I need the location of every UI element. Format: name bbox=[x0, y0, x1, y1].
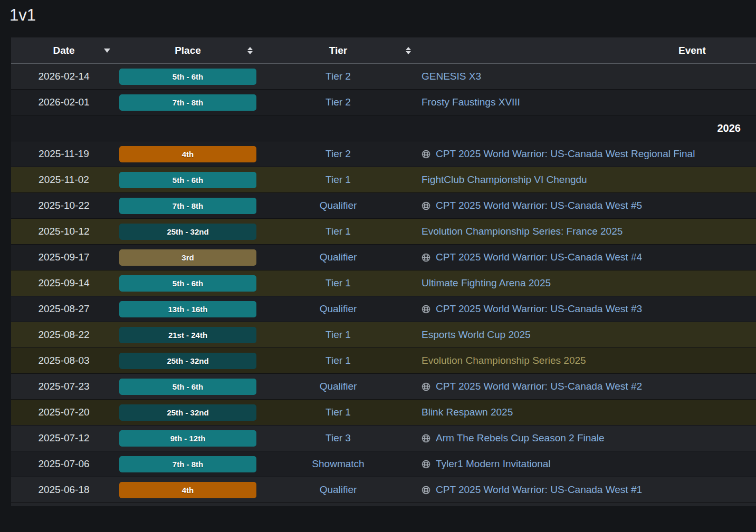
event-link[interactable]: CPT 2025 World Warrior: US-Canada West #… bbox=[436, 381, 642, 392]
event-link[interactable]: CPT 2025 World Warrior: US-Canada West #… bbox=[436, 200, 642, 211]
table-row: 2025-07-23 5th - 6th Qualifier CPT 2025 … bbox=[11, 374, 756, 400]
event-link[interactable]: FightClub Championship VI Chengdu bbox=[422, 174, 587, 186]
date-cell: 2025-11-02 bbox=[11, 174, 117, 186]
table-row: 2025-08-27 13th - 16th Qualifier CPT 202… bbox=[11, 296, 756, 322]
date-cell: 2025-08-22 bbox=[11, 329, 117, 341]
place-badge: 4th bbox=[119, 482, 256, 498]
table-row: 2025-10-12 25th - 32nd Tier 1 Evolution … bbox=[11, 219, 756, 245]
globe-icon bbox=[422, 150, 430, 159]
globe-icon bbox=[422, 253, 430, 262]
event-link[interactable]: Blink Respawn 2025 bbox=[422, 407, 513, 418]
place-badge: 21st - 24th bbox=[119, 327, 256, 343]
tier-link[interactable]: Tier 1 bbox=[259, 277, 417, 289]
place-badge: 4th bbox=[119, 146, 256, 162]
date-cell: 2025-09-14 bbox=[11, 277, 117, 289]
place-cell: 7th - 8th bbox=[117, 94, 259, 111]
tier-link[interactable]: Qualifier bbox=[259, 484, 417, 496]
date-cell: 2025-10-22 bbox=[11, 200, 117, 211]
tier-link[interactable]: Tier 3 bbox=[259, 432, 417, 444]
event-cell: CPT 2025 World Warrior: US-Canada West #… bbox=[417, 200, 756, 211]
column-header-date-label: Date bbox=[53, 45, 74, 56]
globe-icon bbox=[422, 486, 430, 495]
tier-link[interactable]: Tier 2 bbox=[259, 148, 417, 160]
date-cell: 2025-08-03 bbox=[11, 355, 117, 366]
date-cell: 2025-10-12 bbox=[11, 226, 117, 237]
event-link[interactable]: Ultimate Fighting Arena 2025 bbox=[422, 277, 551, 289]
table-row: 2025-06-18 4th Qualifier CPT 2025 World … bbox=[11, 477, 756, 503]
event-link[interactable]: Tyler1 Modern Invitational bbox=[436, 458, 551, 470]
tier-link[interactable]: Tier 1 bbox=[259, 174, 417, 186]
tier-link[interactable]: Qualifier bbox=[259, 252, 417, 263]
event-cell: CPT 2025 World Warrior: US-Canada West #… bbox=[417, 381, 756, 392]
column-header-event: Event bbox=[417, 37, 756, 63]
sort-desc-icon[interactable] bbox=[104, 49, 110, 53]
table-row: 2025-08-03 25th - 32nd Tier 1 Evolution … bbox=[11, 348, 756, 374]
table-row: 2025-10-22 7th - 8th Qualifier CPT 2025 … bbox=[11, 193, 756, 219]
place-cell: 25th - 32nd bbox=[117, 353, 259, 369]
event-link[interactable]: Arm The Rebels Cup Season 2 Finale bbox=[436, 432, 605, 444]
tier-link[interactable]: Showmatch bbox=[259, 458, 417, 470]
tier-link[interactable]: Qualifier bbox=[259, 303, 417, 315]
year-separator-row: 2026 bbox=[11, 115, 756, 141]
event-link[interactable]: Frosty Faustings XVIII bbox=[422, 96, 520, 108]
event-link[interactable]: Evolution Championship Series: France 20… bbox=[422, 226, 623, 237]
place-badge: 3rd bbox=[119, 249, 256, 266]
table-row: 2025-07-12 9th - 12th Tier 3 Arm The Reb… bbox=[11, 425, 756, 451]
place-cell: 3rd bbox=[117, 249, 259, 266]
place-badge: 5th - 6th bbox=[119, 172, 256, 188]
event-link[interactable]: Evolution Championship Series 2025 bbox=[422, 355, 586, 366]
event-link[interactable]: Esports World Cup 2025 bbox=[422, 329, 531, 341]
column-header-tier[interactable]: Tier bbox=[259, 37, 417, 63]
sort-both-icon[interactable] bbox=[406, 47, 411, 54]
tier-link[interactable]: Tier 1 bbox=[259, 407, 417, 418]
date-cell: 2026-02-14 bbox=[11, 71, 117, 82]
table-row: 2025-07-06 7th - 8th Showmatch Tyler1 Mo… bbox=[11, 451, 756, 477]
event-cell: CPT 2025 World Warrior: US-Canada West #… bbox=[417, 252, 756, 263]
tier-link[interactable]: Tier 1 bbox=[259, 355, 417, 366]
place-cell: 5th - 6th bbox=[117, 172, 259, 188]
event-link[interactable]: CPT 2025 World Warrior: US-Canada West #… bbox=[436, 484, 642, 496]
globe-icon bbox=[422, 382, 430, 391]
place-badge: 25th - 32nd bbox=[119, 404, 256, 421]
tier-link[interactable]: Qualifier bbox=[259, 200, 417, 211]
event-cell: CPT 2025 World Warrior: US-Canada West #… bbox=[417, 484, 756, 496]
place-cell: 4th bbox=[117, 146, 259, 162]
place-cell: 5th - 6th bbox=[117, 379, 259, 395]
table-row: 2025-07-20 25th - 32nd Tier 1 Blink Resp… bbox=[11, 400, 756, 425]
event-cell: Evolution Championship Series 2025 bbox=[417, 355, 756, 366]
table-body: 2026-02-14 5th - 6th Tier 2 GENESIS X3 2… bbox=[11, 64, 756, 506]
table-header-row: Date Place Tier Event bbox=[11, 37, 756, 64]
tier-link[interactable]: Qualifier bbox=[259, 381, 417, 392]
event-cell: Arm The Rebels Cup Season 2 Finale bbox=[417, 432, 756, 444]
event-cell: Ultimate Fighting Arena 2025 bbox=[417, 277, 756, 289]
table-row: 2025-11-02 5th - 6th Tier 1 FightClub Ch… bbox=[11, 167, 756, 193]
sort-both-icon[interactable] bbox=[247, 47, 253, 54]
tier-link[interactable]: Tier 2 bbox=[259, 96, 417, 108]
event-link[interactable]: CPT 2025 World Warrior: US-Canada West #… bbox=[436, 252, 642, 263]
place-badge: 13th - 16th bbox=[119, 301, 256, 317]
globe-icon bbox=[422, 460, 430, 469]
globe-icon bbox=[422, 434, 430, 443]
place-badge: 9th - 12th bbox=[119, 430, 256, 447]
event-link[interactable]: CPT 2025 World Warrior: US-Canada West #… bbox=[436, 303, 642, 315]
place-cell: 25th - 32nd bbox=[117, 404, 259, 421]
event-link[interactable]: GENESIS X3 bbox=[422, 71, 481, 82]
date-cell: 2025-07-23 bbox=[11, 381, 117, 392]
table-row: 2025-09-17 3rd Qualifier CPT 2025 World … bbox=[11, 245, 756, 270]
table-row: 2026-02-14 5th - 6th Tier 2 GENESIS X3 bbox=[11, 64, 756, 90]
place-cell: 7th - 8th bbox=[117, 198, 259, 214]
tier-link[interactable]: Tier 2 bbox=[259, 71, 417, 82]
tier-link[interactable]: Tier 1 bbox=[259, 226, 417, 237]
place-badge: 7th - 8th bbox=[119, 198, 256, 214]
column-header-date[interactable]: Date bbox=[11, 37, 117, 63]
event-link[interactable]: CPT 2025 World Warrior: US-Canada West R… bbox=[436, 148, 695, 160]
place-badge: 25th - 32nd bbox=[119, 353, 256, 369]
globe-icon bbox=[422, 305, 430, 314]
place-cell: 25th - 32nd bbox=[117, 224, 259, 240]
tier-link[interactable]: Tier 1 bbox=[259, 329, 417, 341]
event-cell: Frosty Faustings XVIII bbox=[417, 96, 756, 108]
results-table: Date Place Tier Event 2026-02-14 5th - 6… bbox=[11, 37, 756, 506]
column-header-place-label: Place bbox=[175, 45, 201, 56]
column-header-place[interactable]: Place bbox=[117, 37, 259, 63]
event-cell: Evolution Championship Series: France 20… bbox=[417, 226, 756, 237]
